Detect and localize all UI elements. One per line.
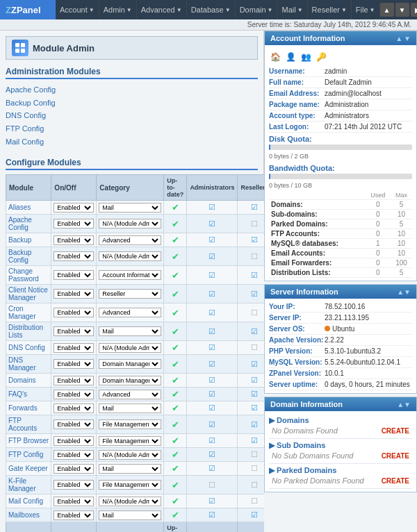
- subdomains-create-button[interactable]: CREATE: [382, 452, 409, 460]
- category-select[interactable]: MailAdvancedN/A (Module Admin)Account In…: [99, 251, 161, 261]
- checkbox-checked[interactable]: ☑: [208, 376, 215, 384]
- checkbox-unchecked[interactable]: ☐: [251, 464, 258, 472]
- checkbox-checked[interactable]: ☑: [251, 235, 258, 244]
- module-name[interactable]: Domains: [6, 374, 51, 388]
- module-name[interactable]: Forwards: [6, 401, 51, 415]
- module-name[interactable]: FTP Config: [6, 448, 51, 462]
- module-name[interactable]: Distribution Lists: [6, 322, 51, 341]
- category-select[interactable]: MailAdvancedN/A (Module Admin)Account In…: [99, 480, 161, 490]
- nav-advanced[interactable]: Advanced ▼: [137, 0, 187, 19]
- checkbox-checked[interactable]: ☑: [251, 290, 258, 298]
- checkbox-checked[interactable]: ☑: [251, 390, 258, 398]
- checkbox-unchecked[interactable]: ☐: [251, 343, 258, 351]
- nav-domain[interactable]: Domain ▼: [236, 0, 278, 19]
- status-select[interactable]: EnabledDisabled: [54, 359, 94, 369]
- checkbox-checked[interactable]: ☑: [251, 420, 258, 429]
- checkbox-unchecked[interactable]: ☐: [251, 219, 258, 228]
- nav-database[interactable]: Database ▼: [187, 0, 236, 19]
- category-select[interactable]: MailAdvancedN/A (Module Admin)Account In…: [99, 510, 161, 520]
- category-select[interactable]: MailAdvancedN/A (Module Admin)Account In…: [99, 436, 161, 446]
- domains-sub-header[interactable]: ▶ Domains: [269, 416, 412, 425]
- checkbox-unchecked[interactable]: ☐: [251, 497, 258, 505]
- checkbox-unchecked[interactable]: ☐: [251, 450, 258, 458]
- link-ftp-config[interactable]: FTP Config: [6, 122, 258, 135]
- status-select[interactable]: EnabledDisabled: [54, 390, 94, 399]
- status-select[interactable]: EnabledDisabled: [54, 251, 94, 261]
- status-select[interactable]: EnabledDisabled: [54, 436, 94, 446]
- module-name[interactable]: DNS Manager: [6, 355, 51, 374]
- category-select[interactable]: MailAdvancedN/A (Module Admin)Account In…: [99, 404, 161, 413]
- status-select[interactable]: EnabledDisabled: [54, 376, 94, 385]
- nav-up-button[interactable]: ▲: [380, 3, 394, 17]
- checkbox-checked[interactable]: ☑: [208, 290, 215, 298]
- module-name[interactable]: FTP Browser: [6, 434, 51, 448]
- domains-create-button[interactable]: CREATE: [382, 427, 409, 435]
- module-name[interactable]: Mailboxes: [6, 508, 51, 522]
- status-select[interactable]: EnabledDisabled: [54, 270, 94, 280]
- link-mail-config[interactable]: Mail Config: [6, 135, 258, 149]
- subdomains-sub-header[interactable]: ▶ Sub Domains: [269, 441, 412, 450]
- module-name[interactable]: Gate Keeper: [6, 462, 51, 476]
- category-select[interactable]: MailAdvancedN/A (Module Admin)Account In…: [99, 376, 161, 385]
- status-select[interactable]: EnabledDisabled: [54, 510, 94, 520]
- module-name[interactable]: DNS Config: [6, 341, 51, 355]
- checkbox-checked[interactable]: ☑: [208, 203, 215, 211]
- checkbox-unchecked[interactable]: ☐: [251, 308, 258, 317]
- nav-reseller[interactable]: Reseller ▼: [308, 0, 352, 19]
- category-select[interactable]: MailAdvancedN/A (Module Admin)Account In…: [99, 289, 161, 299]
- nav-account[interactable]: Account ▼: [56, 0, 99, 19]
- status-select[interactable]: EnabledDisabled: [54, 219, 94, 228]
- domain-collapse-icon[interactable]: ▲▼: [397, 401, 411, 408]
- status-select[interactable]: EnabledDisabled: [54, 343, 94, 353]
- module-name[interactable]: K-File Manager: [6, 476, 51, 494]
- module-name[interactable]: Change Password: [6, 266, 51, 285]
- module-name[interactable]: FTP Accounts: [6, 415, 51, 434]
- checkbox-checked[interactable]: ☑: [208, 271, 215, 279]
- module-name[interactable]: Cron Manager: [6, 304, 51, 322]
- checkbox-checked[interactable]: ☑: [208, 308, 215, 317]
- server-collapse-icon[interactable]: ▲▼: [397, 288, 411, 296]
- logo[interactable]: ZZPanel: [0, 0, 56, 19]
- checkbox-unchecked[interactable]: ☐: [208, 481, 215, 489]
- category-select[interactable]: MailAdvancedN/A (Module Admin)Account In…: [99, 390, 161, 399]
- link-dns-config[interactable]: DNS Config: [6, 109, 258, 122]
- category-select[interactable]: MailAdvancedN/A (Module Admin)Account In…: [99, 464, 161, 474]
- checkbox-checked[interactable]: ☑: [251, 376, 258, 384]
- status-select[interactable]: EnabledDisabled: [54, 289, 94, 299]
- status-select[interactable]: EnabledDisabled: [54, 497, 94, 506]
- category-select[interactable]: MailAdvancedN/A (Module Admin)Account In…: [99, 343, 161, 353]
- checkbox-checked[interactable]: ☑: [208, 360, 215, 368]
- checkbox-checked[interactable]: ☑: [251, 404, 258, 412]
- nav-down-button[interactable]: ▼: [395, 3, 409, 17]
- status-select[interactable]: EnabledDisabled: [54, 326, 94, 336]
- checkbox-checked[interactable]: ☑: [208, 404, 215, 412]
- checkbox-checked[interactable]: ☑: [208, 343, 215, 351]
- category-select[interactable]: MailAdvancedN/A (Module Admin)Account In…: [99, 203, 161, 213]
- parkeddomains-sub-header[interactable]: ▶ Parked Domains: [269, 466, 412, 475]
- checkbox-checked[interactable]: ☑: [208, 219, 215, 228]
- checkbox-checked[interactable]: ☑: [208, 464, 215, 472]
- category-select[interactable]: MailAdvancedN/A (Module Admin)Account In…: [99, 308, 161, 317]
- status-select[interactable]: EnabledDisabled: [54, 308, 94, 317]
- category-select[interactable]: MailAdvancedN/A (Module Admin)Account In…: [99, 450, 161, 460]
- checkbox-unchecked[interactable]: ☐: [251, 252, 258, 260]
- status-select[interactable]: EnabledDisabled: [54, 450, 94, 460]
- checkbox-checked[interactable]: ☑: [251, 203, 258, 211]
- link-backup-config[interactable]: Backup Config: [6, 97, 258, 110]
- link-apache-config[interactable]: Apache Config: [6, 83, 258, 97]
- parkeddomains-create-button[interactable]: CREATE: [382, 477, 409, 485]
- module-name[interactable]: Aliases: [6, 201, 51, 215]
- checkbox-checked[interactable]: ☑: [208, 235, 215, 244]
- status-select[interactable]: EnabledDisabled: [54, 419, 94, 429]
- checkbox-checked[interactable]: ☑: [208, 327, 215, 335]
- checkbox-checked[interactable]: ☑: [208, 510, 215, 519]
- category-select[interactable]: MailAdvancedN/A (Module Admin)Account In…: [99, 270, 161, 280]
- status-select[interactable]: EnabledDisabled: [54, 235, 94, 245]
- status-select[interactable]: EnabledDisabled: [54, 404, 94, 413]
- category-select[interactable]: MailAdvancedN/A (Module Admin)Account In…: [99, 235, 161, 245]
- checkbox-checked[interactable]: ☑: [208, 252, 215, 260]
- category-select[interactable]: MailAdvancedN/A (Module Admin)Account In…: [99, 326, 161, 336]
- category-select[interactable]: MailAdvancedN/A (Module Admin)Account In…: [99, 497, 161, 506]
- checkbox-checked[interactable]: ☑: [208, 497, 215, 505]
- module-name[interactable]: Backup Config: [6, 247, 51, 266]
